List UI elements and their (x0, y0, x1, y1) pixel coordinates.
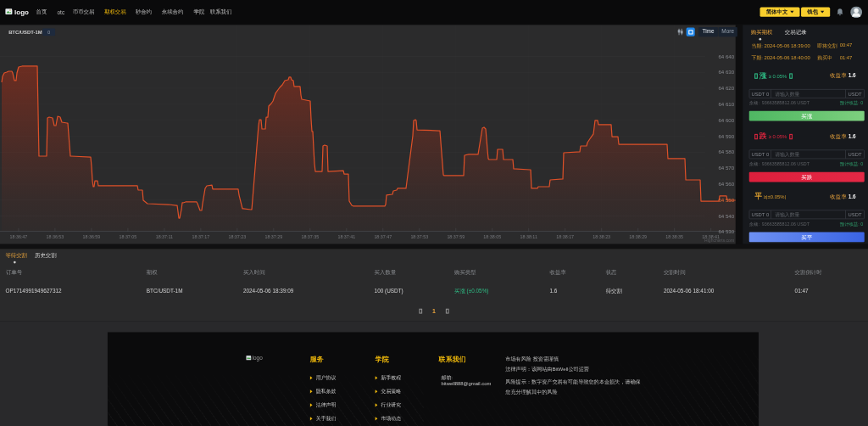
svg-text:18:38:11: 18:38:11 (520, 234, 537, 239)
svg-text:18:37:59: 18:37:59 (447, 234, 465, 239)
svg-text:64 630: 64 630 (718, 69, 734, 75)
svg-text:18:37:53: 18:37:53 (410, 234, 428, 239)
svg-text:64 590: 64 590 (718, 133, 734, 139)
svg-text:18:37:11: 18:37:11 (156, 234, 173, 239)
svg-text:18:37:17: 18:37:17 (192, 234, 209, 239)
svg-text:64 530: 64 530 (718, 228, 734, 234)
svg-text:18:38:17: 18:38:17 (556, 234, 574, 239)
svg-text:64 580: 64 580 (718, 149, 734, 154)
svg-text:18:36:53: 18:36:53 (47, 234, 64, 239)
svg-text:18:38:05: 18:38:05 (483, 234, 501, 239)
svg-text:64 570: 64 570 (718, 165, 734, 171)
svg-text:18:36:47: 18:36:47 (10, 234, 28, 239)
svg-text:18:37:35: 18:37:35 (301, 234, 319, 239)
svg-text:18:37:05: 18:37:05 (120, 234, 137, 239)
svg-text:18:37:23: 18:37:23 (228, 234, 246, 239)
svg-text:18:37:29: 18:37:29 (264, 234, 282, 239)
svg-text:64 540: 64 540 (718, 213, 734, 219)
svg-text:64 550: 64 550 (718, 197, 734, 203)
svg-text:64 560: 64 560 (718, 181, 734, 187)
svg-text:18:38:29: 18:38:29 (629, 234, 647, 239)
svg-text:18:38:23: 18:38:23 (593, 234, 610, 239)
svg-text:18:37:47: 18:37:47 (374, 234, 392, 239)
svg-text:18:37:41: 18:37:41 (337, 234, 355, 239)
svg-text:64 620: 64 620 (718, 85, 734, 91)
svg-text:64 610: 64 610 (718, 101, 734, 107)
svg-text:18:38:35: 18:38:35 (665, 234, 683, 239)
svg-text:64 600: 64 600 (718, 117, 734, 123)
svg-text:64 640: 64 640 (718, 53, 734, 59)
svg-text:18:36:59: 18:36:59 (83, 234, 101, 239)
svg-text:Highcharts.com: Highcharts.com (704, 238, 734, 243)
